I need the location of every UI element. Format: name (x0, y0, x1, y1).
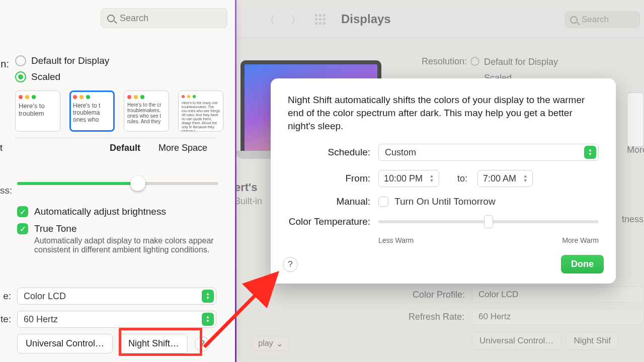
bg-refresh-rate-select[interactable]: 60 Hertz (472, 309, 644, 325)
thumb-larger-text[interactable]: Here's to troublem (15, 90, 60, 132)
default-for-display-radio[interactable]: Default for Display (15, 55, 109, 66)
search-icon (570, 16, 578, 24)
bg-more-space-label: More (627, 145, 644, 155)
sheet-help-button[interactable]: ? (283, 257, 298, 272)
night-shift-description: Night Shift automatically shifts the col… (288, 94, 599, 133)
schedule-label: Schedule: (288, 147, 378, 158)
bg-scale-thumb-edge (627, 93, 644, 147)
refresh-rate-label-cut: te: (0, 314, 11, 325)
bg-color-profile-value: Color LCD (478, 290, 518, 299)
bg-display-sub: Built-in (234, 196, 262, 207)
updown-icon: ▲▼ (202, 313, 214, 326)
color-temp-slider[interactable] (378, 220, 599, 223)
from-time-input[interactable]: 10:00 PM ▲▼ (378, 170, 439, 187)
fg-search-placeholder: Search (120, 13, 148, 24)
to-time-input[interactable]: 7:00 AM ▲▼ (477, 170, 533, 187)
true-tone-label: True Tone (34, 223, 215, 234)
grid-icon[interactable] (315, 14, 327, 26)
search-icon (107, 15, 115, 22)
less-warm-label: Less Warm (378, 236, 414, 244)
color-temp-row: Color Temperature: Less Warm More Warm (288, 216, 599, 244)
color-profile-value: Color LCD (24, 291, 66, 302)
bg-universal-control-button[interactable]: Universal Control… (472, 332, 561, 350)
checkbox-checked-icon: ✓ (17, 223, 28, 234)
schedule-value: Custom (385, 147, 416, 158)
from-time-value: 10:00 PM (384, 173, 423, 184)
checkbox-checked-icon: ✓ (17, 206, 28, 217)
updown-icon: ▲▼ (202, 290, 214, 303)
scaled-label: Scaled (31, 71, 60, 82)
fg-resolution-label-cut: n: (0, 58, 9, 70)
bg-bottom-buttons: Universal Control… Night Shif (472, 332, 618, 350)
brightness-label-cut: ss: (0, 185, 12, 196)
to-stepper[interactable]: ▲▼ (520, 174, 530, 183)
true-tone-checkbox-row[interactable]: ✓ True Tone Automatically adapt display … (17, 223, 218, 254)
thumb-selected-content: Here's to t troublema ones who (73, 102, 111, 123)
bg-resolution-label: Resolution: (422, 56, 467, 67)
scale-thumbnails: Here's to troublem Here's to t troublema… (15, 90, 223, 132)
night-shift-button[interactable]: Night Shift… (120, 334, 188, 353)
thumb-label-more-space: More Space (158, 143, 207, 153)
bg-default-label: Default for Display (484, 57, 558, 67)
night-shift-sheet: Night Shift automatically shifts the col… (271, 78, 616, 284)
back-button[interactable]: 〈 (263, 13, 277, 27)
auto-brightness-checkbox-row[interactable]: ✓ Automatically adjust brightness (17, 206, 218, 217)
bg-search-placeholder: Search (582, 15, 609, 25)
thumb-more-space-content: Here's to the crazy one troubleshooters.… (182, 101, 220, 132)
refresh-rate-value: 60 Hertz (24, 314, 58, 325)
manual-text: Turn On Until Tomorrow (394, 196, 496, 207)
bg-display-name: ert's (234, 181, 258, 194)
color-temp-knob[interactable] (484, 215, 493, 228)
done-button[interactable]: Done (561, 255, 604, 274)
bg-refresh-rate-label: Refresh Rate: (409, 312, 464, 322)
thumb-more-space[interactable]: Here's to the crazy one troubleshooters.… (178, 90, 223, 132)
universal-control-button[interactable]: Universal Control… (17, 334, 113, 353)
bg-color-profile-label: Color Profile: (413, 290, 465, 300)
window-accent-edge (235, 0, 236, 362)
manual-row: Manual: Turn On Until Tomorrow (288, 196, 599, 207)
schedule-popup[interactable]: Custom ▲▼ (378, 144, 599, 161)
manual-label: Manual: (288, 196, 378, 207)
thumb-selected[interactable]: Here's to t troublema ones who (69, 90, 115, 132)
thumb-default[interactable]: Here's to the cr troublemakers. ones who… (124, 90, 169, 132)
color-profile-select[interactable]: Color LCD ▲▼ (17, 288, 216, 305)
bg-default-radio[interactable] (470, 57, 479, 66)
bg-refresh-rate-value: 60 Hertz (478, 312, 511, 321)
color-profile-row: e: Color LCD ▲▼ (0, 288, 216, 305)
default-for-display-label: Default for Display (31, 55, 109, 66)
to-time-value: 7:00 AM (483, 173, 516, 184)
color-temp-label: Color Temperature: (288, 216, 378, 227)
manual-checkbox[interactable] (378, 197, 388, 207)
from-stepper[interactable]: ▲▼ (427, 174, 437, 183)
bg-color-profile-select[interactable]: Color LCD (472, 287, 644, 303)
from-label: From: (288, 173, 378, 184)
time-row: From: 10:00 PM ▲▼ to: 7:00 AM ▲▼ (288, 170, 599, 187)
bg-brightness-cut: tness (622, 214, 644, 225)
to-label: to: (457, 173, 467, 184)
bg-title: Displays (341, 12, 391, 26)
help-button[interactable]: ? (195, 336, 210, 351)
brightness-slider[interactable] (17, 182, 218, 185)
thumb-default-content: Here's to the cr troublemakers. ones who… (127, 102, 166, 124)
updown-icon: ▲▼ (584, 146, 596, 159)
thumb-label-default: Default (110, 143, 140, 153)
fg-bottom-buttons: Universal Control… Night Shift… ? (17, 334, 210, 353)
bg-search-input[interactable]: Search (565, 11, 640, 28)
refresh-rate-row: te: 60 Hertz ▲▼ (0, 311, 216, 328)
fg-resolution-options: Default for Display Scaled (15, 55, 109, 87)
true-tone-sub: Automatically adapt display to make colo… (34, 236, 215, 254)
brightness-knob[interactable] (130, 176, 145, 191)
schedule-row: Schedule: Custom ▲▼ (288, 144, 599, 161)
bg-night-shift-button[interactable]: Night Shif (566, 332, 618, 350)
thumb-larger-text-content: Here's to troublem (19, 102, 57, 117)
scaled-radio[interactable]: Scaled (15, 71, 109, 82)
foreground-displays-window: Search n: Default for Display Scaled Her… (0, 0, 235, 362)
bg-airplay-select[interactable]: play (252, 336, 289, 351)
fg-search-input[interactable]: Search (101, 8, 227, 28)
bg-airplay-label: play (258, 339, 273, 348)
forward-button[interactable]: 〉 (289, 13, 303, 27)
refresh-rate-select[interactable]: 60 Hertz ▲▼ (17, 311, 216, 328)
auto-brightness-label: Automatically adjust brightness (34, 206, 166, 217)
more-warm-label: More Warm (562, 236, 599, 244)
thumb-separator (15, 138, 216, 138)
